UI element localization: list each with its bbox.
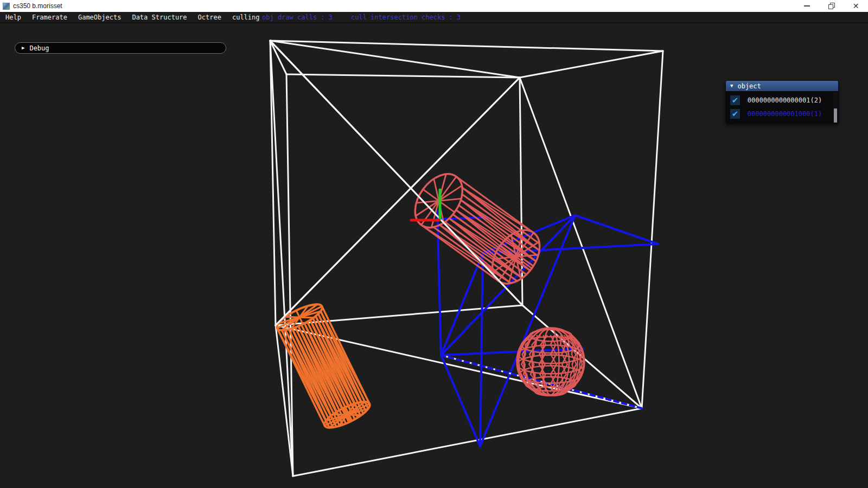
window-controls: ✕ [795,0,868,12]
object-id-label: 0000000000000001(2) [740,97,829,104]
checkmark-icon: ✔ [732,110,739,118]
scrollbar-track[interactable] [833,92,838,123]
object-panel-title: object [737,82,761,90]
object-panel-header[interactable]: ▼ object [726,81,838,91]
restore-button[interactable] [819,0,844,12]
object-panel-body: ✔ 0000000000000001(2) ✔ 0000000000001000… [726,91,838,124]
object-id-label: 0000000000001000(1) [740,110,829,118]
menu-item-culling[interactable]: culling [227,14,265,21]
checkbox[interactable]: ✔ [730,95,740,105]
close-icon: ✕ [853,2,859,10]
app-icon [3,3,10,10]
menu-item-help[interactable]: Help [0,14,27,21]
collapse-triangle-icon: ▼ [730,84,733,88]
stat-cull-intersection-checks: cull intersection checks : 3 [351,14,461,21]
octree-root-front-diagonals [270,41,522,325]
minimize-icon [804,5,810,7]
debug-panel-label: Debug [29,44,49,52]
menu-item-data-structure[interactable]: Data Structure [126,14,192,21]
checkbox[interactable]: ✔ [730,109,740,119]
menu-bar: Help Framerate GameObjects Data Structur… [0,12,868,23]
wireframe-cylinder-orange [274,299,373,432]
wireframe-cylinder-salmon [405,165,549,293]
menu-item-octree[interactable]: Octree [193,14,227,21]
checkmark-icon: ✔ [732,97,739,105]
collapse-arrow-icon: ▶ [22,46,24,50]
minimize-button[interactable] [795,0,819,12]
viewport[interactable]: ▶ Debug ▼ object ✔ 0000000000000001(2) ✔… [0,23,868,488]
close-button[interactable]: ✕ [844,0,868,12]
scrollbar-thumb[interactable] [834,108,837,123]
object-row[interactable]: ✔ 0000000000001000(1) [730,108,829,119]
menu-item-framerate[interactable]: Framerate [27,14,73,21]
wireframe-sphere-salmon [517,328,584,396]
object-row[interactable]: ✔ 0000000000000001(2) [730,95,829,106]
menu-item-gameobjects[interactable]: GameObjects [73,14,126,21]
debug-panel-header[interactable]: ▶ Debug [15,42,226,54]
window-title: cs350 b.morisset [13,2,62,10]
stat-obj-draw-calls: obj draw calls : 3 [262,14,333,21]
object-panel: ▼ object ✔ 0000000000000001(2) ✔ 0000000… [725,80,839,124]
title-bar[interactable]: cs350 b.morisset ✕ [0,0,868,12]
gizmo-z-axis [438,217,488,219]
restore-icon [828,3,835,9]
